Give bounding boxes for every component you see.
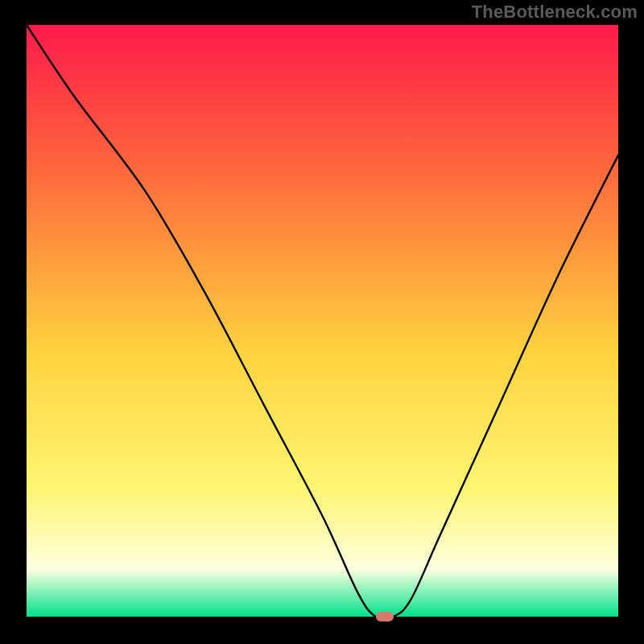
optimum-marker <box>376 612 394 621</box>
chart-frame: TheBottleneck.com <box>0 0 644 644</box>
gradient-background <box>27 25 618 617</box>
watermark-text: TheBottleneck.com <box>472 2 638 23</box>
plot-area <box>27 25 618 617</box>
